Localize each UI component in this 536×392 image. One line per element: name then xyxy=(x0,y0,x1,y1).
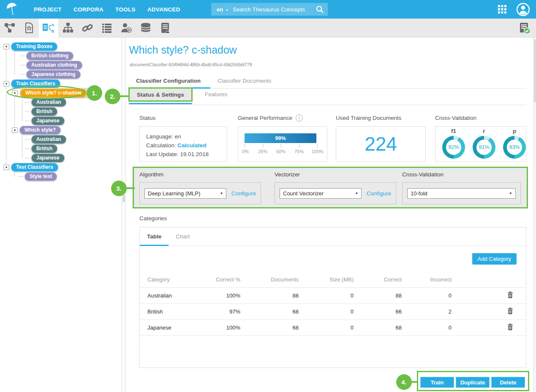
task-check-icon[interactable] xyxy=(515,19,534,38)
server-user-icon[interactable] xyxy=(155,19,175,38)
algorithm-configure-link[interactable]: Configure xyxy=(231,190,256,197)
tab-classifier-documents[interactable]: Classifier Documents xyxy=(210,73,278,88)
search-language-dropdown[interactable]: en xyxy=(215,6,225,13)
document-classifier-icon[interactable]: A B xyxy=(39,19,58,38)
tree-node-which-style-c-shadow: ▼ Which style? c-shadow xyxy=(12,88,122,97)
collapse-arrow-icon[interactable]: ▼ xyxy=(3,44,9,49)
cell-correct-pct: 97% xyxy=(212,303,240,319)
top-navigation-bar: PROJECT CORPORA TOOLS ADVANCED en ▼ xyxy=(0,0,536,19)
duplicate-button[interactable]: Duplicate xyxy=(456,377,490,388)
collapse-arrow-icon[interactable]: ▼ xyxy=(3,165,9,170)
tree-pill[interactable]: Style test xyxy=(24,172,57,181)
trash-icon xyxy=(507,308,513,314)
cell-size-mb: 0 xyxy=(299,287,354,303)
database-icon[interactable] xyxy=(136,19,155,38)
tree-stub xyxy=(20,56,25,56)
tree-pill[interactable]: Train Classifiers xyxy=(11,79,60,88)
tree-pill[interactable]: Australian xyxy=(31,135,66,144)
calculation-value: Calculated xyxy=(177,142,206,149)
search-input[interactable] xyxy=(233,6,316,13)
main-content: Which style? c-shadow documentClassifier… xyxy=(126,38,536,392)
tree-pill[interactable]: Australian clothing xyxy=(26,61,82,70)
main-scrollbar[interactable] xyxy=(533,38,536,392)
subtab-features[interactable]: Features xyxy=(205,91,227,97)
user-roles-icon[interactable] xyxy=(117,19,136,38)
tree-pill[interactable]: Which style? xyxy=(19,126,61,135)
tree-stub xyxy=(25,111,30,112)
subtab-status-settings[interactable]: Status & Settings xyxy=(130,88,191,101)
info-icon[interactable]: i xyxy=(296,114,303,122)
algorithm-setting: Algorithm Deep Learning (MLP)▼ Configure xyxy=(139,168,261,207)
tree-pill[interactable]: British clothing xyxy=(26,51,73,60)
cell-correct-pct: 100% xyxy=(212,287,240,303)
axis-tick-label: 50% xyxy=(273,149,288,154)
vectorizer-select[interactable]: Count Vectorizer▼ xyxy=(280,188,362,199)
tab-classifier-configuration[interactable]: Classifier Configuration xyxy=(129,73,210,89)
configuration-subtabs: Status & Settings Features xyxy=(129,88,526,105)
tab-chart[interactable]: Chart xyxy=(169,227,197,246)
col-correct-pct: Correct % xyxy=(212,272,240,287)
tab-table[interactable]: Table xyxy=(140,227,169,246)
link-icon[interactable] xyxy=(78,19,97,38)
scrollbar-thumb[interactable] xyxy=(534,39,536,103)
tree-stub xyxy=(25,121,30,121)
tree-pill[interactable]: Australian xyxy=(31,98,66,107)
tree-node-train-classifiers: ▼ Train Classifiers xyxy=(3,79,122,88)
donut-ring: 91% xyxy=(473,136,495,159)
chevron-down-icon: ▼ xyxy=(226,8,229,11)
tree-pill[interactable]: Japanese clothing xyxy=(26,70,81,79)
tree-stub xyxy=(25,102,30,103)
vectorizer-configure-link[interactable]: Configure xyxy=(366,190,391,197)
train-button[interactable]: Train xyxy=(420,377,454,388)
menu-tools[interactable]: TOOLS xyxy=(115,6,136,13)
tree-pill[interactable]: Japanese xyxy=(31,154,65,162)
delete-category-button[interactable] xyxy=(506,307,514,316)
cell-incorrect: 0 xyxy=(402,287,452,303)
page-title: Which style? c-shadow xyxy=(129,44,237,56)
application-window: PROJECT CORPORA TOOLS ADVANCED en ▼ xyxy=(0,0,536,392)
collapse-arrow-icon[interactable]: ▼ xyxy=(12,127,18,133)
sitemap-icon[interactable] xyxy=(58,19,78,38)
delete-category-button[interactable] xyxy=(506,291,514,300)
donut-value: 93% xyxy=(507,140,522,155)
list-icon[interactable] xyxy=(97,19,117,38)
status-section-boxes: Language: en Calculation: Calculated Las… xyxy=(139,126,526,162)
tree-pill[interactable]: British xyxy=(31,144,57,153)
collapse-arrow-icon[interactable]: ▼ xyxy=(12,90,18,96)
menu-advanced[interactable]: ADVANCED xyxy=(147,6,180,13)
cross-validation-select[interactable]: 10-fold▼ xyxy=(407,188,516,199)
collapse-arrow-icon[interactable]: ▼ xyxy=(3,81,9,87)
cross-validation-box: f1 92% r 91% p 93% xyxy=(435,126,526,162)
active-subtab-underline xyxy=(129,103,192,104)
apps-grid-icon[interactable] xyxy=(498,5,507,14)
tree-pill[interactable]: Japanese xyxy=(31,116,65,125)
user-avatar-icon[interactable] xyxy=(516,3,530,16)
poolparty-logo[interactable] xyxy=(0,2,24,17)
tree-pill[interactable]: British xyxy=(31,107,57,116)
classifier-actions: Train Duplicate Delete xyxy=(420,377,525,388)
training-docs-box: 224 xyxy=(336,126,426,162)
status-last-update: Last Update: 19.01.2018 xyxy=(146,150,227,159)
cell-category: Australian xyxy=(140,287,212,303)
chevron-down-icon: ▼ xyxy=(220,192,223,195)
cell-size-mb: 0 xyxy=(299,319,354,335)
curve-connector-icon[interactable] xyxy=(0,19,19,38)
delete-category-button[interactable] xyxy=(506,323,514,333)
search-icon[interactable] xyxy=(316,5,324,14)
menu-project[interactable]: PROJECT xyxy=(34,6,62,13)
delete-button[interactable]: Delete xyxy=(491,377,525,388)
vectorizer-label: Vectorizer xyxy=(275,171,300,178)
pane-splitter[interactable] xyxy=(122,38,126,392)
tree-pill[interactable]: Training Boxes xyxy=(11,42,57,51)
donut-f1: f1 92% xyxy=(438,127,469,159)
menu-corpora[interactable]: CORPORA xyxy=(73,6,103,13)
document-star-icon[interactable] xyxy=(19,19,39,38)
add-category-button[interactable]: Add Category xyxy=(472,253,517,265)
tree-guide xyxy=(6,49,6,168)
vectorizer-setting: Vectorizer Count Vectorizer▼ Configure xyxy=(275,168,396,207)
performance-bar-fill: 99% xyxy=(245,133,316,143)
donut-ring: 92% xyxy=(442,136,465,159)
tree-pill[interactable]: Test Classifiers xyxy=(11,163,58,172)
tree-pill-selected[interactable]: Which style? c-shadow xyxy=(20,89,87,97)
algorithm-select[interactable]: Deep Learning (MLP)▼ xyxy=(144,188,226,199)
